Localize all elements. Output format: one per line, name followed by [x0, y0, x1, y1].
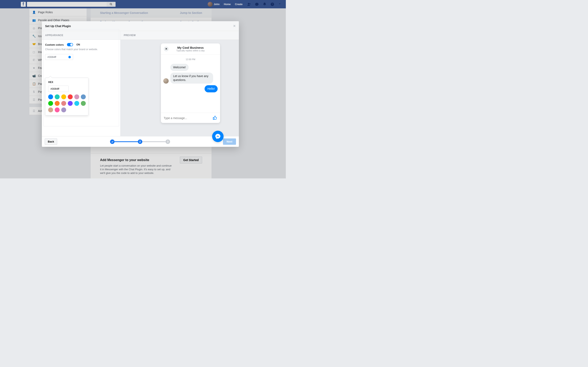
color-swatch-0[interactable] [48, 94, 53, 99]
custom-colors-label: Custom colors [45, 43, 64, 46]
color-swatch-10[interactable] [74, 101, 79, 106]
chat-bubble-welcome: Welcome! [170, 64, 189, 71]
chat-title: My Cool Business [169, 46, 212, 49]
color-swatch-icon [68, 56, 71, 58]
color-swatch-8[interactable] [61, 101, 66, 106]
step-1 [110, 140, 114, 144]
modal-title: Set Up Chat Plugin [45, 25, 71, 28]
color-swatches [48, 94, 87, 112]
color-swatch-14[interactable] [61, 108, 66, 112]
color-swatch-11[interactable] [81, 101, 86, 106]
chat-preview-card: ✕ My Cool Business Typically replies wit… [161, 43, 220, 123]
chat-close-button[interactable]: ✕ [164, 47, 169, 51]
toggle-state: ON [76, 43, 80, 46]
chat-plugin-modal: Set Up Chat Plugin × APPEARANCE Custom c… [42, 21, 239, 147]
color-swatch-7[interactable] [55, 101, 60, 106]
color-swatch-2[interactable] [61, 94, 66, 99]
color-swatch-4[interactable] [74, 94, 79, 99]
color-swatch-1[interactable] [55, 94, 60, 99]
color-input[interactable]: #0084ff [45, 54, 73, 60]
chat-message-input[interactable] [164, 117, 213, 120]
back-button[interactable]: Back [45, 138, 57, 145]
chat-bubble-reply: Hello! [205, 85, 218, 92]
color-swatch-6[interactable] [48, 101, 53, 106]
color-swatch-13[interactable] [55, 108, 60, 112]
chat-timestamp: 12:00 PM [163, 58, 218, 60]
svg-rect-6 [213, 117, 214, 119]
preview-panel: PREVIEW ✕ My Cool Business Typically rep… [121, 31, 239, 136]
color-swatch-5[interactable] [81, 94, 86, 99]
bot-avatar [163, 78, 169, 83]
color-swatch-3[interactable] [68, 94, 73, 99]
like-button[interactable] [213, 115, 217, 120]
helper-text: Choose colors that match your brand or w… [45, 48, 117, 51]
color-swatch-9[interactable] [68, 101, 73, 106]
chat-subtitle: Typically replies within a day [169, 49, 212, 52]
color-swatch-12[interactable] [48, 108, 53, 112]
close-button[interactable]: × [233, 24, 236, 28]
hex-label: HEX [48, 81, 85, 83]
preview-head: PREVIEW [121, 31, 239, 40]
hex-input[interactable] [48, 86, 69, 92]
color-popover: HEX [45, 78, 88, 115]
color-input-value: #0084ff [47, 55, 56, 58]
appearance-panel: APPEARANCE Custom colors ON Choose color… [42, 31, 121, 136]
custom-colors-toggle[interactable] [67, 43, 73, 46]
messenger-fab[interactable] [212, 131, 224, 142]
chat-bubble-help: Let us know if you have any questions. [170, 73, 213, 83]
